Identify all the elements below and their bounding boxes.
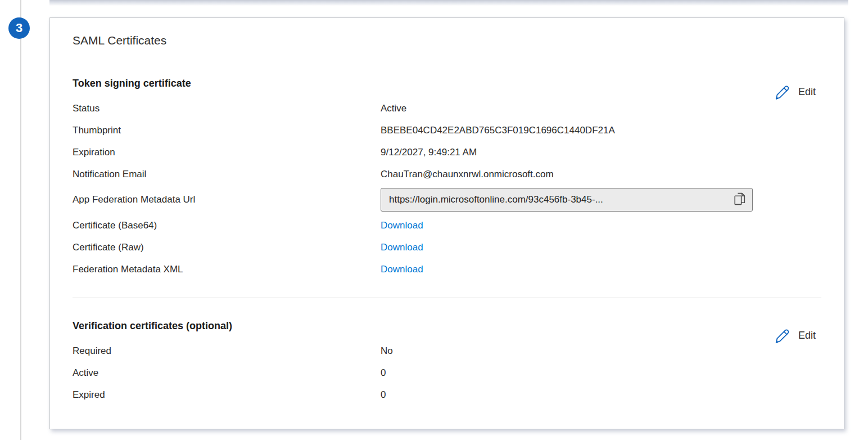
expired-value: 0 bbox=[381, 389, 821, 401]
certificate-base64-label: Certificate (Base64) bbox=[73, 219, 381, 232]
status-value: Active bbox=[381, 102, 821, 115]
section-divider bbox=[73, 298, 821, 298]
verification-certificates-heading: Verification certificates (optional) bbox=[73, 319, 821, 333]
required-label: Required bbox=[73, 345, 381, 357]
active-value: 0 bbox=[381, 367, 821, 379]
required-row: Required No bbox=[73, 345, 821, 357]
app-federation-metadata-url-field[interactable]: https://login.microsoftonline.com/93c456… bbox=[381, 188, 753, 212]
required-value: No bbox=[381, 345, 821, 357]
step-number-badge: 3 bbox=[8, 17, 30, 39]
previous-card-bottom-edge bbox=[49, 0, 848, 6]
edit-button-label: Edit bbox=[798, 330, 816, 342]
expiration-value: 9/12/2027, 9:49:21 AM bbox=[381, 146, 821, 159]
notification-email-row: Notification Email ChauTran@chaunxnrwl.o… bbox=[73, 168, 821, 181]
active-label: Active bbox=[73, 367, 381, 379]
step-connector-line bbox=[20, 0, 21, 440]
download-certificate-base64-link[interactable]: Download bbox=[381, 220, 423, 231]
certificate-base64-row: Certificate (Base64) Download bbox=[73, 219, 821, 232]
active-row: Active 0 bbox=[73, 367, 821, 379]
edit-pencil-icon bbox=[774, 327, 791, 344]
thumbprint-value: BBEBE04CD42E2ABD765C3F019C1696C1440DF21A bbox=[381, 124, 821, 137]
federation-metadata-xml-label: Federation Metadata XML bbox=[73, 263, 381, 276]
copy-icon bbox=[733, 191, 746, 208]
status-row: Status Active bbox=[73, 102, 821, 115]
download-certificate-raw-link[interactable]: Download bbox=[381, 242, 423, 253]
download-federation-metadata-xml-link[interactable]: Download bbox=[381, 264, 423, 275]
copy-url-button[interactable] bbox=[731, 191, 748, 208]
certificate-raw-label: Certificate (Raw) bbox=[73, 241, 381, 254]
app-federation-metadata-url-row: App Federation Metadata Url https://logi… bbox=[73, 188, 821, 212]
edit-token-signing-certificate-button[interactable]: Edit bbox=[774, 83, 816, 101]
token-signing-certificate-heading: Token signing certificate bbox=[73, 77, 821, 90]
step-number: 3 bbox=[16, 21, 22, 35]
card-title: SAML Certificates bbox=[73, 33, 821, 48]
thumbprint-label: Thumbprint bbox=[73, 124, 381, 137]
thumbprint-row: Thumbprint BBEBE04CD42E2ABD765C3F019C169… bbox=[73, 124, 821, 137]
expired-row: Expired 0 bbox=[73, 389, 821, 401]
edit-pencil-icon bbox=[774, 83, 791, 101]
certificate-raw-row: Certificate (Raw) Download bbox=[73, 241, 821, 254]
app-federation-metadata-url-value: https://login.microsoftonline.com/93c456… bbox=[389, 194, 731, 206]
status-label: Status bbox=[73, 102, 381, 115]
expired-label: Expired bbox=[73, 389, 381, 401]
expiration-row: Expiration 9/12/2027, 9:49:21 AM bbox=[73, 146, 821, 159]
app-federation-metadata-url-label: App Federation Metadata Url bbox=[73, 194, 381, 206]
edit-button-label: Edit bbox=[798, 86, 816, 98]
federation-metadata-xml-row: Federation Metadata XML Download bbox=[73, 263, 821, 276]
notification-email-label: Notification Email bbox=[73, 168, 381, 181]
notification-email-value: ChauTran@chaunxnrwl.onmicrosoft.com bbox=[381, 168, 821, 181]
edit-verification-certificates-button[interactable]: Edit bbox=[774, 327, 816, 344]
expiration-label: Expiration bbox=[73, 146, 381, 159]
saml-certificates-card: SAML Certificates Edit Token signing cer… bbox=[49, 17, 844, 429]
